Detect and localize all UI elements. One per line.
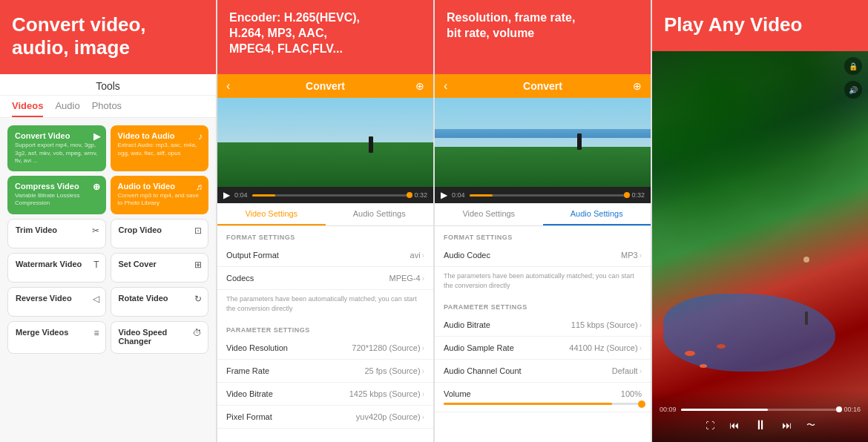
play-icon-3[interactable]: ▶ bbox=[441, 190, 447, 200]
cover-icon: ⊞ bbox=[194, 260, 202, 270]
output-format-value: avi › bbox=[410, 251, 424, 260]
codecs-row[interactable]: Codecs MPEG-4 › bbox=[217, 267, 433, 290]
convert-video-title: Convert Video bbox=[15, 131, 99, 140]
tools-row-6: ≡ Merge Videos ⏱ Video Speed Changer bbox=[7, 321, 208, 354]
tab-video-settings[interactable]: Video Settings bbox=[217, 203, 326, 225]
waveform-icon[interactable]: 〜 bbox=[806, 419, 815, 432]
volume-icon[interactable]: 🔊 bbox=[844, 81, 862, 99]
progress-bar-3[interactable] bbox=[470, 194, 628, 197]
figure bbox=[369, 136, 373, 153]
tools-grid: ▶ Convert Video Support export mp4, mov,… bbox=[0, 118, 216, 442]
tab-video-settings-3[interactable]: Video Settings bbox=[435, 203, 543, 225]
audio-bitrate-row[interactable]: Audio Bitrate 115 kbps (Source) › bbox=[435, 314, 651, 337]
panel4-header: Play Any Video bbox=[652, 0, 868, 51]
time-start: 0:04 bbox=[234, 191, 248, 199]
video-scene: 🔒 🔊 00:09 00:16 ⛶ ⏮ ⏸ ⏭ bbox=[652, 51, 868, 442]
video-to-audio-sub: Extract Audio: mp3, aac, m4a, ogg, wav, … bbox=[118, 142, 202, 157]
tool-compress-video[interactable]: ⊕ Compress Video Variable Bitrate Lossle… bbox=[7, 176, 106, 214]
tool-trim-video[interactable]: ✂ Trim Video bbox=[7, 219, 106, 248]
progress-dot-3 bbox=[624, 192, 630, 198]
panel2-video-preview bbox=[217, 98, 433, 187]
tool-watermark-video[interactable]: T Watermark Video bbox=[7, 253, 106, 283]
video-bitrate-value: 1425 kbps (Source) › bbox=[349, 389, 424, 398]
tool-convert-video[interactable]: ▶ Convert Video Support export mp4, mov,… bbox=[7, 125, 106, 171]
fish-3 bbox=[717, 344, 726, 349]
panel2-body: ‹ Convert ⊕ ▶ 0:04 0:32 Video Settings A… bbox=[217, 74, 433, 442]
audio-bitrate-label: Audio Bitrate bbox=[444, 320, 490, 329]
pixel-format-value: yuv420p (Source) › bbox=[356, 412, 424, 421]
video-resolution-row[interactable]: Video Resolution 720*1280 (Source) › bbox=[217, 337, 433, 360]
panel3-header: Resolution, frame rate, bit rate, volume bbox=[435, 0, 651, 74]
video-to-audio-icon: ♪ bbox=[198, 131, 203, 142]
panel3-title: Resolution, frame rate, bit rate, volume bbox=[447, 10, 575, 42]
tool-crop-video[interactable]: ⊡ Crop Video bbox=[111, 219, 209, 248]
audio-sample-rate-label: Audio Sample Rate bbox=[444, 343, 514, 352]
progress-bar[interactable] bbox=[252, 194, 410, 197]
tool-audio-to-video[interactable]: ♬ Audio to Video Convert mp3 to mp4, and… bbox=[111, 176, 209, 214]
volume-row: Volume 100% bbox=[435, 383, 651, 412]
frame-rate-label: Frame Rate bbox=[226, 366, 269, 375]
player-time-end: 00:16 bbox=[844, 406, 861, 413]
sky bbox=[217, 98, 433, 142]
panel3-nav-export-icon[interactable]: ⊕ bbox=[633, 80, 642, 92]
watermark-title: Watermark Video bbox=[16, 260, 98, 268]
tool-video-to-audio[interactable]: ♪ Video to Audio Extract Audio: mp3, aac… bbox=[111, 125, 209, 171]
tool-rotate-video[interactable]: ↻ Rotate Video bbox=[111, 287, 209, 317]
audio-channel-row[interactable]: Audio Channel Count Default › bbox=[435, 360, 651, 383]
volume-track bbox=[444, 403, 642, 405]
convert-video-icon: ▶ bbox=[93, 131, 100, 142]
ground3 bbox=[435, 147, 651, 187]
rewind-icon[interactable]: ⏮ bbox=[729, 420, 739, 431]
fish-2 bbox=[700, 364, 707, 368]
time-end: 0:32 bbox=[414, 191, 427, 199]
play-icon[interactable]: ▶ bbox=[223, 190, 230, 200]
output-format-row[interactable]: Output Format avi › bbox=[217, 244, 433, 267]
panel2-back-icon[interactable]: ‹ bbox=[226, 79, 230, 93]
panel3-settings-content: FORMAT SETTINGS Audio Codec MP3 › The pa… bbox=[435, 226, 651, 442]
tool-merge-videos[interactable]: ≡ Merge Videos bbox=[7, 321, 106, 354]
figure3 bbox=[577, 133, 582, 150]
tool-speed-changer[interactable]: ⏱ Video Speed Changer bbox=[111, 321, 209, 354]
audio-codec-value: MP3 › bbox=[621, 251, 642, 260]
panel-3: Resolution, frame rate, bit rate, volume… bbox=[434, 0, 651, 442]
player-bar[interactable] bbox=[681, 409, 840, 411]
pause-icon[interactable]: ⏸ bbox=[754, 418, 767, 433]
tab-videos[interactable]: Videos bbox=[12, 100, 43, 117]
landscape-scene bbox=[217, 98, 433, 187]
player-time-row: 00:09 00:16 bbox=[660, 404, 861, 415]
player-overlay: 00:09 00:16 ⛶ ⏮ ⏸ ⏭ 〜 bbox=[652, 389, 868, 442]
video-bitrate-row[interactable]: Video Bitrate 1425 kbps (Source) › bbox=[217, 383, 433, 406]
panel3-back-icon[interactable]: ‹ bbox=[444, 79, 447, 93]
lock-icon[interactable]: 🔒 bbox=[844, 57, 862, 75]
panel3-body: ‹ Convert ⊕ ▶ 0:04 0:32 Video Settings bbox=[435, 74, 651, 442]
audio-to-video-icon: ♬ bbox=[196, 182, 203, 192]
audio-codec-row[interactable]: Audio Codec MP3 › bbox=[435, 244, 651, 267]
tools-row-3: ✂ Trim Video ⊡ Crop Video bbox=[7, 219, 208, 248]
panel3-landscape bbox=[435, 98, 651, 187]
compress-video-title: Compress Video bbox=[15, 182, 99, 191]
tab-audio[interactable]: Audio bbox=[55, 100, 79, 117]
tab-audio-settings[interactable]: Audio Settings bbox=[326, 203, 434, 225]
forward-icon[interactable]: ⏭ bbox=[782, 420, 792, 431]
volume-slider[interactable] bbox=[444, 403, 642, 405]
merge-icon: ≡ bbox=[93, 328, 99, 338]
pixel-format-row[interactable]: Pixel Format yuv420p (Source) › bbox=[217, 406, 433, 429]
panel3-nav-title: Convert bbox=[523, 80, 562, 92]
panel2-settings-tabs: Video Settings Audio Settings bbox=[217, 203, 433, 226]
tool-set-cover[interactable]: ⊞ Set Cover bbox=[111, 253, 209, 283]
panel2-nav: ‹ Convert ⊕ bbox=[217, 74, 433, 98]
tab-photos[interactable]: Photos bbox=[92, 100, 122, 117]
frame-rate-row[interactable]: Frame Rate 25 fps (Source) › bbox=[217, 360, 433, 383]
format-note: The parameters have been automatically m… bbox=[217, 290, 433, 319]
expand-icon[interactable]: ⛶ bbox=[706, 420, 714, 431]
fish-1 bbox=[685, 351, 695, 356]
panel2-nav-export-icon[interactable]: ⊕ bbox=[415, 80, 424, 92]
tab-audio-settings-3[interactable]: Audio Settings bbox=[543, 203, 651, 225]
progress-fill-3 bbox=[470, 194, 493, 197]
tool-reverse-video[interactable]: ◁ Reverse Video bbox=[7, 287, 106, 317]
convert-video-sub: Support export mp4, mov, 3gp, 3g2, asf, … bbox=[15, 142, 99, 165]
tools-row-4: T Watermark Video ⊞ Set Cover bbox=[7, 253, 208, 283]
pixel-format-label: Pixel Format bbox=[226, 412, 272, 421]
audio-to-video-sub: Convert mp3 to mp4, and save to Photo Li… bbox=[118, 192, 202, 208]
audio-sample-rate-row[interactable]: Audio Sample Rate 44100 Hz (Source) › bbox=[435, 337, 651, 360]
